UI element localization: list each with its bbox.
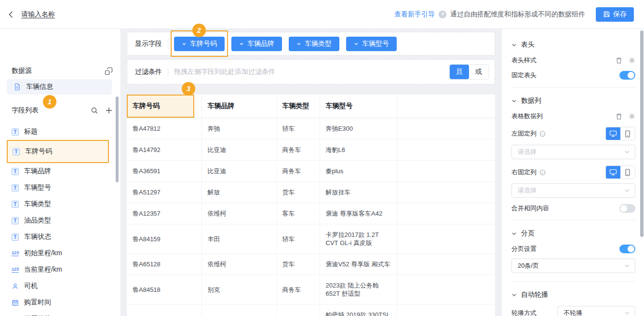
table-header-cell: 车辆类型: [276, 95, 320, 118]
pagination-setting-label: 分页设置: [511, 245, 537, 253]
table-cell: 奔驰: [201, 118, 276, 139]
table-cell: 比亚迪: [201, 139, 276, 161]
save-button[interactable]: 保存: [596, 7, 634, 22]
table-data-col-label: 表格数据列: [511, 112, 543, 121]
gear-icon[interactable]: [629, 113, 635, 120]
table-cell: 依维柯: [201, 203, 276, 224]
info-icon[interactable]: [539, 131, 546, 137]
right-fixed-label: 右固定列: [511, 168, 537, 177]
phone-icon[interactable]: [620, 127, 635, 140]
fixed-header-toggle[interactable]: [619, 71, 635, 80]
monitor-icon[interactable]: [606, 166, 620, 179]
chip-label: 车辆类型: [305, 40, 332, 48]
chevron-down-icon: [354, 41, 359, 46]
field-item[interactable]: T车辆品牌: [0, 163, 121, 179]
help-icon[interactable]: ?: [439, 11, 446, 18]
pagination-toggle[interactable]: [619, 245, 635, 253]
chip-label: 车辆品牌: [247, 40, 274, 48]
left-fixed-select[interactable]: 请选择: [511, 145, 635, 159]
chip-label: 车牌号码: [190, 40, 217, 48]
page-size-select[interactable]: 20条/页: [511, 259, 635, 273]
fixed-header-label: 固定表头: [511, 71, 537, 80]
merge-same-toggle[interactable]: [619, 204, 635, 213]
left-fixed-label: 左固定列: [511, 129, 537, 138]
left-fixed-device-switch: [605, 127, 635, 140]
field-item[interactable]: T车牌号码: [7, 140, 109, 163]
chevron-down-icon: [624, 263, 630, 269]
datasource-item[interactable]: 车辆信息: [7, 79, 112, 95]
filter-dropzone[interactable]: 拖拽左侧字段到此处添加过滤条件: [174, 68, 449, 76]
table-cell: 解放挂车: [320, 182, 397, 203]
section-header-data-columns[interactable]: 数据列: [511, 96, 635, 105]
table-cell: 褒迪 尊享版客车A42: [320, 203, 397, 224]
table-row: 鲁A12357依维柯客车褒迪 尊享版客车A42: [127, 203, 495, 224]
field-item-label: 车辆型号: [24, 183, 51, 192]
back-button[interactable]: [7, 10, 15, 19]
field-item[interactable]: T油品类型: [0, 212, 121, 229]
filter-card: 过滤条件 拖拽左侧字段到此处添加过滤条件 且 或: [127, 59, 495, 84]
chevron-down-icon: [511, 98, 517, 104]
guide-link[interactable]: 查看新手引导: [394, 10, 435, 19]
display-field-chip[interactable]: 车牌号码: [174, 37, 225, 51]
section-header-table-head[interactable]: 表头: [511, 41, 635, 49]
field-item[interactable]: 123当前里程/km: [0, 261, 121, 278]
table-cell: [397, 118, 495, 139]
sidebar-scrollbar[interactable]: [116, 96, 119, 182]
search-icon[interactable]: [91, 107, 98, 114]
table-cell: [397, 275, 495, 304]
field-item[interactable]: T车辆型号: [0, 179, 121, 196]
annotation-badge-1: 1: [43, 95, 56, 109]
text-field-icon: T: [12, 184, 19, 192]
datasource-title: 数据源: [12, 67, 32, 75]
table-header-cell: [397, 95, 495, 118]
field-item[interactable]: 123购买价格: [0, 311, 121, 316]
carousel-mode-select[interactable]: 不轮播: [557, 306, 635, 316]
table-cell: 鲁A51297: [127, 182, 201, 203]
panel-scrollbar[interactable]: [640, 30, 644, 237]
monitor-icon[interactable]: [606, 127, 620, 140]
preview-table-card: 车牌号码车辆品牌车辆类型车辆型号鲁A47812奔驰轿车奔驰E300鲁A14792…: [127, 95, 495, 316]
field-item-label: 司机: [24, 282, 38, 290]
annotation-badge-2: 2: [192, 24, 206, 37]
chevron-down-icon: [511, 42, 517, 48]
and-button[interactable]: 且: [450, 65, 469, 79]
table-cell: 依维柯: [201, 254, 276, 275]
text-field-icon: T: [12, 217, 19, 224]
table-cell: 轿车: [276, 224, 320, 254]
trash-icon[interactable]: [616, 57, 622, 64]
table-header-cell: 车辆品牌: [201, 95, 276, 118]
field-item[interactable]: 购置时间: [0, 294, 121, 311]
right-fixed-select[interactable]: 请选择: [511, 183, 635, 198]
table-row: 鲁A51297解放货车解放挂车: [127, 182, 495, 203]
trash-icon[interactable]: [616, 113, 622, 120]
display-field-chip[interactable]: 车辆类型: [289, 37, 339, 51]
field-item-label: 购置时间: [24, 298, 51, 307]
table-cell: 2023款 陆上公务舱 652T 舒适型: [320, 275, 397, 304]
display-field-chip[interactable]: 车辆品牌: [231, 37, 282, 51]
table-cell: [397, 304, 495, 316]
display-field-chip[interactable]: 车辆型号: [346, 37, 397, 51]
field-item[interactable]: T车辆状态: [0, 229, 121, 245]
field-item[interactable]: T车辆类型: [0, 196, 121, 212]
main-canvas: 显示字段 车牌号码2车辆品牌车辆类型车辆型号 过滤条件 拖拽左侧字段到此处添加过…: [121, 29, 501, 316]
table-row: 鲁A65128依维柯货车褒迪V52 尊享版 厢式车: [127, 254, 495, 275]
name-input[interactable]: 请输入名称: [21, 10, 55, 19]
add-field-icon[interactable]: [105, 107, 113, 114]
annotation-box-3: [127, 95, 194, 118]
table-row: 鲁A14792比亚迪商务车海豹L6: [127, 139, 495, 161]
field-item[interactable]: 司机: [0, 278, 121, 294]
section-header-carousel[interactable]: 自动轮播: [511, 290, 635, 299]
field-item[interactable]: 123初始里程/km: [0, 245, 121, 261]
info-icon[interactable]: [539, 169, 546, 176]
or-button[interactable]: 或: [469, 65, 488, 79]
table-row: 鲁A84518别克商务车2023款 陆上公务舱 652T 舒适型: [127, 275, 495, 304]
gear-icon[interactable]: [629, 57, 635, 64]
sidebar: 数据源 车辆信息 字段列表 T标题T车牌号码T车辆品牌T车辆型号T车辆类型T油品…: [0, 29, 121, 316]
section-header-pagination[interactable]: 分页: [511, 229, 635, 238]
table-cell: [397, 161, 495, 182]
switch-datasource-icon[interactable]: [105, 67, 113, 75]
field-item[interactable]: T标题: [0, 124, 121, 140]
table-cell: 鲁A47812: [127, 118, 201, 139]
table-cell: [127, 304, 201, 316]
phone-icon[interactable]: [620, 166, 635, 179]
